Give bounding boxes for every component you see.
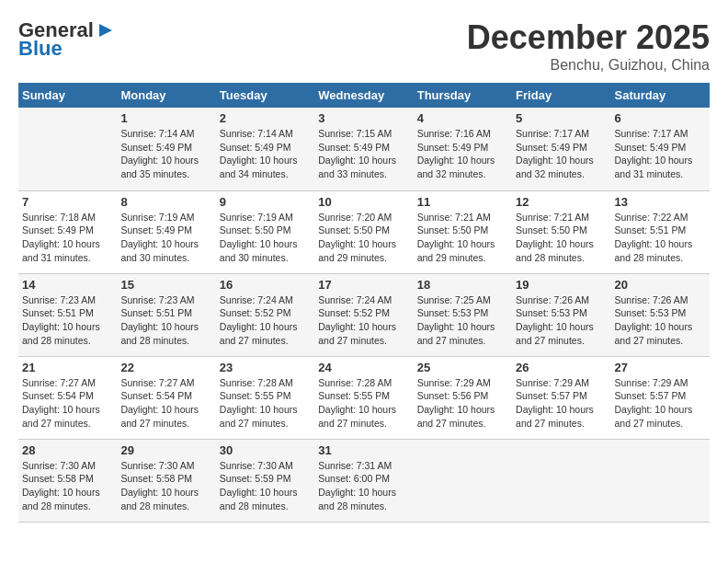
day-number: 24 — [318, 361, 409, 374]
day-number: 4 — [417, 111, 508, 125]
calendar-cell: 13Sunrise: 7:22 AMSunset: 5:51 PMDayligh… — [611, 190, 710, 273]
calendar-cell: 30Sunrise: 7:30 AMSunset: 5:59 PMDayligh… — [216, 439, 314, 522]
calendar-cell: 21Sunrise: 7:27 AMSunset: 5:54 PMDayligh… — [18, 356, 117, 439]
calendar-header-row: SundayMondayTuesdayWednesdayThursdayFrid… — [18, 83, 710, 108]
day-number: 14 — [22, 278, 113, 292]
calendar-cell: 19Sunrise: 7:26 AMSunset: 5:53 PMDayligh… — [512, 273, 610, 356]
page-header: General Blue December 2025 Benchu, Guizh… — [18, 18, 710, 74]
calendar-table: SundayMondayTuesdayWednesdayThursdayFrid… — [18, 83, 710, 523]
header-monday: Monday — [117, 83, 215, 108]
header-thursday: Thursday — [414, 83, 512, 108]
calendar-cell — [611, 439, 710, 522]
logo-blue: Blue — [18, 37, 63, 61]
svg-marker-0 — [99, 24, 112, 37]
day-number: 21 — [22, 361, 113, 374]
day-number: 5 — [516, 111, 607, 125]
day-info: Sunrise: 7:27 AMSunset: 5:54 PMDaylight:… — [120, 376, 211, 431]
day-number: 28 — [22, 443, 113, 457]
calendar-week-4: 21Sunrise: 7:27 AMSunset: 5:54 PMDayligh… — [18, 356, 710, 439]
day-info: Sunrise: 7:28 AMSunset: 5:55 PMDaylight:… — [220, 376, 311, 431]
day-info: Sunrise: 7:28 AMSunset: 5:55 PMDaylight:… — [318, 376, 409, 431]
day-info: Sunrise: 7:30 AMSunset: 5:59 PMDaylight:… — [220, 459, 311, 513]
calendar-cell — [512, 439, 610, 522]
calendar-week-3: 14Sunrise: 7:23 AMSunset: 5:51 PMDayligh… — [18, 273, 710, 356]
logo: General Blue — [18, 18, 116, 61]
day-info: Sunrise: 7:22 AMSunset: 5:51 PMDaylight:… — [615, 211, 706, 265]
day-info: Sunrise: 7:23 AMSunset: 5:51 PMDaylight:… — [22, 293, 113, 348]
header-tuesday: Tuesday — [216, 83, 314, 108]
day-info: Sunrise: 7:14 AMSunset: 5:49 PMDaylight:… — [220, 127, 311, 181]
day-number: 27 — [615, 361, 706, 374]
day-number: 23 — [220, 361, 311, 374]
calendar-cell: 9Sunrise: 7:19 AMSunset: 5:50 PMDaylight… — [216, 190, 314, 273]
calendar-cell: 22Sunrise: 7:27 AMSunset: 5:54 PMDayligh… — [117, 356, 215, 439]
calendar-cell: 24Sunrise: 7:28 AMSunset: 5:55 PMDayligh… — [314, 356, 413, 439]
day-number: 12 — [516, 195, 607, 209]
day-info: Sunrise: 7:18 AMSunset: 5:49 PMDaylight:… — [22, 211, 113, 265]
calendar-cell: 16Sunrise: 7:24 AMSunset: 5:52 PMDayligh… — [216, 273, 314, 356]
day-info: Sunrise: 7:29 AMSunset: 5:57 PMDaylight:… — [615, 376, 706, 431]
day-number: 6 — [615, 111, 706, 125]
day-number: 18 — [417, 278, 508, 292]
day-number: 10 — [318, 195, 409, 209]
day-number: 15 — [120, 278, 211, 292]
title-block: December 2025 Benchu, Guizhou, China — [467, 18, 710, 74]
calendar-cell — [18, 108, 117, 190]
calendar-cell: 15Sunrise: 7:23 AMSunset: 5:51 PMDayligh… — [117, 273, 215, 356]
calendar-cell: 18Sunrise: 7:25 AMSunset: 5:53 PMDayligh… — [414, 273, 512, 356]
day-info: Sunrise: 7:29 AMSunset: 5:56 PMDaylight:… — [417, 376, 508, 431]
calendar-week-2: 7Sunrise: 7:18 AMSunset: 5:49 PMDaylight… — [18, 190, 710, 273]
day-number: 17 — [318, 278, 409, 292]
calendar-week-1: 1Sunrise: 7:14 AMSunset: 5:49 PMDaylight… — [18, 108, 710, 190]
calendar-cell: 3Sunrise: 7:15 AMSunset: 5:49 PMDaylight… — [314, 108, 413, 190]
day-number: 16 — [220, 278, 311, 292]
calendar-cell: 12Sunrise: 7:21 AMSunset: 5:50 PMDayligh… — [512, 190, 610, 273]
header-sunday: Sunday — [18, 83, 117, 108]
calendar-cell: 1Sunrise: 7:14 AMSunset: 5:49 PMDaylight… — [117, 108, 215, 190]
day-number: 30 — [220, 443, 311, 457]
day-info: Sunrise: 7:17 AMSunset: 5:49 PMDaylight:… — [516, 127, 607, 181]
calendar-cell: 25Sunrise: 7:29 AMSunset: 5:56 PMDayligh… — [414, 356, 512, 439]
day-info: Sunrise: 7:20 AMSunset: 5:50 PMDaylight:… — [318, 211, 409, 265]
day-info: Sunrise: 7:27 AMSunset: 5:54 PMDaylight:… — [22, 376, 113, 431]
day-info: Sunrise: 7:15 AMSunset: 5:49 PMDaylight:… — [318, 127, 409, 181]
day-info: Sunrise: 7:24 AMSunset: 5:52 PMDaylight:… — [318, 293, 409, 348]
day-number: 22 — [120, 361, 211, 374]
calendar-cell: 4Sunrise: 7:16 AMSunset: 5:49 PMDaylight… — [414, 108, 512, 190]
day-info: Sunrise: 7:26 AMSunset: 5:53 PMDaylight:… — [615, 293, 706, 348]
day-info: Sunrise: 7:16 AMSunset: 5:49 PMDaylight:… — [417, 127, 508, 181]
calendar-cell: 7Sunrise: 7:18 AMSunset: 5:49 PMDaylight… — [18, 190, 117, 273]
day-number: 2 — [220, 111, 311, 125]
day-number: 8 — [120, 195, 211, 209]
header-saturday: Saturday — [611, 83, 710, 108]
calendar-cell: 6Sunrise: 7:17 AMSunset: 5:49 PMDaylight… — [611, 108, 710, 190]
day-info: Sunrise: 7:23 AMSunset: 5:51 PMDaylight:… — [120, 293, 211, 348]
page-title: December 2025 — [467, 18, 710, 57]
day-info: Sunrise: 7:29 AMSunset: 5:57 PMDaylight:… — [516, 376, 607, 431]
day-info: Sunrise: 7:19 AMSunset: 5:50 PMDaylight:… — [220, 211, 311, 265]
day-number: 31 — [318, 443, 409, 457]
calendar-cell: 10Sunrise: 7:20 AMSunset: 5:50 PMDayligh… — [314, 190, 413, 273]
day-number: 26 — [516, 361, 607, 374]
day-number: 9 — [220, 195, 311, 209]
calendar-cell — [414, 439, 512, 522]
day-info: Sunrise: 7:19 AMSunset: 5:49 PMDaylight:… — [120, 211, 211, 265]
day-info: Sunrise: 7:14 AMSunset: 5:49 PMDaylight:… — [120, 127, 211, 181]
day-info: Sunrise: 7:31 AMSunset: 6:00 PMDaylight:… — [318, 459, 409, 513]
day-number: 7 — [22, 195, 113, 209]
calendar-cell: 5Sunrise: 7:17 AMSunset: 5:49 PMDaylight… — [512, 108, 610, 190]
day-info: Sunrise: 7:21 AMSunset: 5:50 PMDaylight:… — [417, 211, 508, 265]
calendar-cell: 23Sunrise: 7:28 AMSunset: 5:55 PMDayligh… — [216, 356, 314, 439]
day-info: Sunrise: 7:21 AMSunset: 5:50 PMDaylight:… — [516, 211, 607, 265]
day-info: Sunrise: 7:25 AMSunset: 5:53 PMDaylight:… — [417, 293, 508, 348]
day-number: 20 — [615, 278, 706, 292]
header-wednesday: Wednesday — [314, 83, 413, 108]
logo-arrow-icon — [96, 20, 116, 40]
day-info: Sunrise: 7:30 AMSunset: 5:58 PMDaylight:… — [22, 459, 113, 513]
calendar-week-5: 28Sunrise: 7:30 AMSunset: 5:58 PMDayligh… — [18, 439, 710, 522]
calendar-cell: 29Sunrise: 7:30 AMSunset: 5:58 PMDayligh… — [117, 439, 215, 522]
calendar-cell: 2Sunrise: 7:14 AMSunset: 5:49 PMDaylight… — [216, 108, 314, 190]
day-info: Sunrise: 7:26 AMSunset: 5:53 PMDaylight:… — [516, 293, 607, 348]
day-info: Sunrise: 7:30 AMSunset: 5:58 PMDaylight:… — [120, 459, 211, 513]
calendar-cell: 8Sunrise: 7:19 AMSunset: 5:49 PMDaylight… — [117, 190, 215, 273]
